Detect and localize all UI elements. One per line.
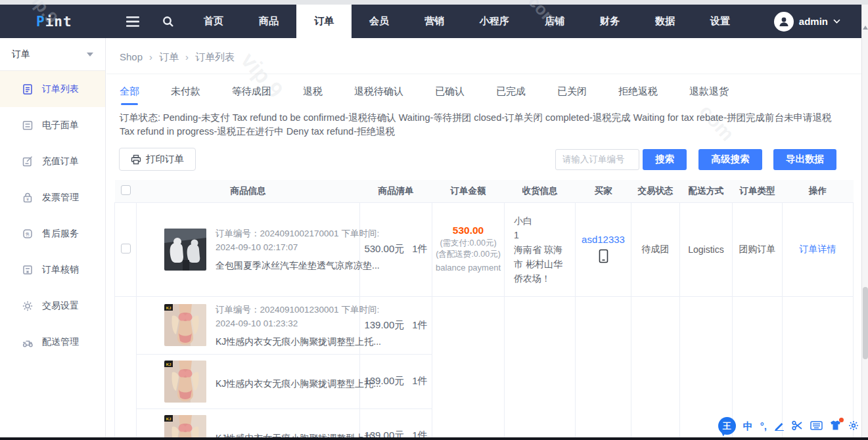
buyer-username[interactable]: asd12333 [576, 234, 631, 245]
sidebar-item-order-verification[interactable]: 订单核销 [0, 252, 105, 288]
tab-unpaid[interactable]: 未付款 [171, 85, 200, 105]
sidebar-section-header[interactable]: 订单 [0, 38, 105, 71]
product-image-car-seat [164, 229, 206, 271]
row-checkbox[interactable] [121, 244, 131, 253]
sidebar-item-trade-settings[interactable]: 交易设置 [0, 288, 105, 324]
ime-punctuation-icon[interactable]: °, [760, 421, 767, 431]
top-navbar: Pint 首页 商品 订单 会员 营销 小程序 店铺 财务 数据 设置 admi… [0, 5, 868, 38]
vertical-scrollbar[interactable] [861, 5, 868, 437]
scrollbar-thumb[interactable] [863, 287, 868, 359]
tab-tax-refund[interactable]: 退税 [303, 85, 323, 105]
nav-item-shop[interactable]: 店铺 [527, 5, 582, 38]
nav-item-members[interactable]: 会员 [352, 5, 407, 38]
sidebar: 订单 订单列表 电子面单 充值订单 ¥ 发票管理 售 售后服务 订单核销 [0, 38, 106, 437]
ime-scissors-icon[interactable] [792, 420, 803, 432]
nav-item-home[interactable]: 首页 [186, 5, 241, 38]
select-all-checkbox[interactable] [121, 185, 131, 195]
advanced-search-button[interactable]: 高级搜索 [698, 149, 762, 170]
order-admin-page: Pint 首页 商品 订单 会员 营销 小程序 店铺 财务 数据 设置 admi… [0, 0, 868, 440]
user-avatar-icon [774, 12, 794, 32]
order-type-cell [733, 296, 783, 437]
receiver-name: 小白 [514, 213, 570, 228]
search-button[interactable]: 搜索 [643, 149, 687, 170]
notification-dot [839, 418, 844, 422]
item-quantity: 1件 [412, 243, 427, 254]
order-detail-link[interactable]: 订单详情 [800, 244, 836, 254]
ime-keyboard-icon[interactable] [810, 421, 823, 431]
order-number-input[interactable] [555, 149, 639, 170]
nav-item-data[interactable]: 数据 [637, 5, 693, 38]
taskbar-edge-strip [0, 437, 868, 440]
ime-settings-gear-icon[interactable] [848, 420, 859, 432]
nav-item-miniprogram[interactable]: 小程序 [462, 5, 527, 38]
tab-refund-to-confirm[interactable]: 退税待确认 [354, 85, 403, 105]
col-product-info: 商品信息 [137, 180, 360, 202]
scrollbar-up-arrow-icon[interactable] [863, 26, 868, 30]
delivery-cell [680, 296, 733, 437]
sidebar-item-order-list[interactable]: 订单列表 [0, 71, 105, 107]
breadcrumb-orders[interactable]: 订单 [159, 51, 179, 62]
order-status-tabs: 全部 未付款 等待成团 退税 退税待确认 已确认 已完成 已关闭 拒绝返税 退款… [106, 74, 861, 105]
ime-chinese-mode-icon[interactable]: 中 [743, 421, 753, 431]
tab-waiting-group[interactable]: 等待成团 [232, 85, 271, 105]
trade-status-cell [631, 296, 680, 437]
breadcrumb-separator: › [185, 51, 189, 62]
user-menu[interactable]: admin [774, 5, 868, 38]
sidebar-item-recharge-orders[interactable]: 充值订单 [0, 143, 105, 179]
printer-icon [131, 154, 141, 165]
shipping-note: (含配送费:0.00元) [432, 249, 504, 260]
svg-text:KJ: KJ [166, 306, 171, 310]
export-data-button[interactable]: 导出数据 [773, 149, 836, 170]
col-actions: 操作 [783, 180, 854, 202]
sidebar-item-label: 订单列表 [42, 83, 79, 95]
print-orders-label: 打印订单 [146, 153, 184, 165]
sidebar-item-invoice-management[interactable]: ¥ 发票管理 [0, 179, 105, 215]
table-toolbar: 打印订单 搜索 高级搜索 导出数据 [106, 148, 861, 171]
product-name: KJ性感内衣女无痕小胸聚拢调整型上托... [216, 378, 381, 390]
sidebar-item-label: 订单核销 [42, 264, 79, 276]
sidebar-item-e-waybill[interactable]: 电子面单 [0, 107, 105, 143]
item-quantity: 1件 [412, 429, 427, 437]
tab-confirmed[interactable]: 已确认 [435, 85, 465, 105]
username-label: admin [799, 16, 828, 27]
brand-logo: Pint [0, 5, 115, 38]
tab-all[interactable]: 全部 [120, 85, 139, 105]
order-list-icon [22, 83, 34, 95]
item-price: 139.00元 [364, 429, 404, 437]
breadcrumb-separator: › [149, 51, 152, 62]
nav-item-finance[interactable]: 财务 [582, 5, 637, 38]
sidebar-item-delivery-management[interactable]: 配送管理 [0, 324, 105, 360]
tab-refund-return[interactable]: 退款退货 [689, 85, 729, 105]
print-orders-button[interactable]: 打印订单 [119, 148, 196, 171]
sidebar-item-after-sales[interactable]: 售 售后服务 [0, 215, 105, 252]
order-type: 团购订单 [733, 202, 783, 296]
ime-logo-badge[interactable]: 王 [718, 417, 736, 435]
tab-deny-rebate[interactable]: 拒绝返税 [618, 85, 658, 105]
nav-item-marketing[interactable]: 营销 [407, 5, 462, 38]
logo-prefix: P [36, 14, 45, 30]
breadcrumb-shop[interactable]: Shop [120, 51, 143, 62]
order-verify-icon [22, 264, 34, 276]
order-amount: 530.00 [432, 225, 504, 236]
search-icon[interactable] [150, 5, 186, 38]
gear-icon [22, 300, 34, 312]
nav-item-orders[interactable]: 订单 [296, 5, 352, 38]
nav-item-settings[interactable]: 设置 [693, 5, 748, 38]
svg-text:¥: ¥ [26, 196, 29, 201]
chevron-down-icon [833, 19, 840, 24]
order-number-line: 订单编号：2024091002170001 下单时间: 2024-09-10 0… [216, 227, 380, 254]
product-name: KJ性感内衣女无痕小胸聚拢调整型上托... [216, 433, 381, 437]
col-trade-status: 交易状态 [631, 180, 680, 202]
recharge-order-icon [22, 156, 34, 167]
ime-handwriting-icon[interactable] [774, 420, 785, 432]
receiver-cell [505, 296, 576, 437]
breadcrumb-order-list[interactable]: 订单列表 [195, 51, 235, 62]
sidebar-item-label: 交易设置 [42, 300, 79, 312]
hamburger-menu-icon[interactable] [115, 5, 150, 38]
tab-closed[interactable]: 已关闭 [557, 85, 587, 105]
tab-completed[interactable]: 已完成 [496, 85, 526, 105]
ime-skin-icon[interactable] [830, 420, 841, 431]
nav-item-products[interactable]: 商品 [241, 5, 296, 38]
item-price: 139.00元 [364, 375, 404, 386]
pay-note: (需支付:0.00元) [432, 238, 504, 249]
